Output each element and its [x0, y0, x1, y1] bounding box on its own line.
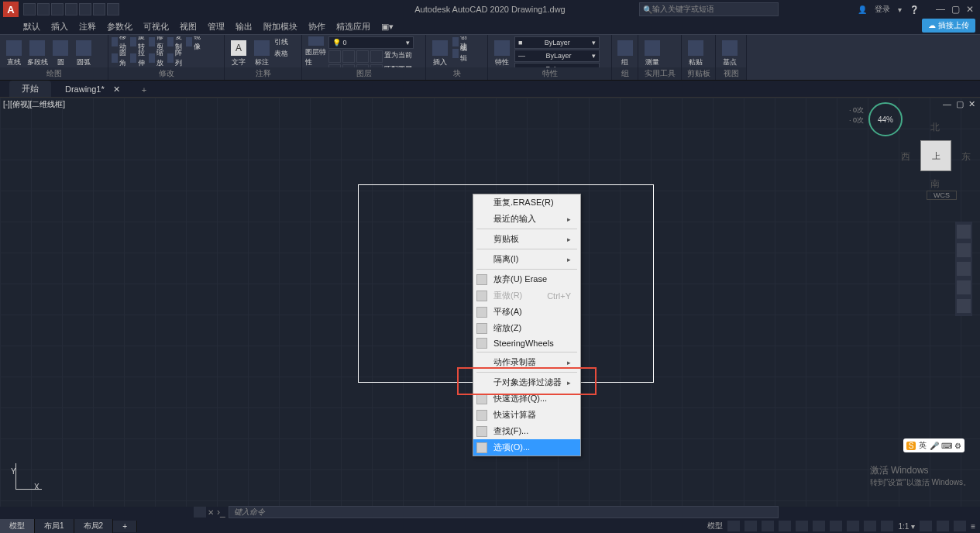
context-item[interactable]: 快速计算器	[473, 407, 580, 423]
layer-tool-icon[interactable]	[328, 50, 341, 63]
tab-start[interactable]: 开始	[9, 81, 51, 97]
context-item[interactable]: 隔离(I)	[473, 251, 580, 267]
move-button[interactable]: 移动	[112, 36, 129, 47]
context-item[interactable]: 快速选择(Q)...	[473, 390, 580, 407]
close-button[interactable]: ✕	[966, 4, 974, 15]
insert-button[interactable]: 插入	[429, 36, 451, 67]
qat-saveas-icon[interactable]	[65, 3, 77, 15]
status-cycle-icon[interactable]	[864, 521, 876, 531]
navbar-wheel-icon[interactable]	[957, 225, 971, 239]
command-input[interactable]: 键入命令	[229, 506, 779, 518]
measure-button[interactable]: 测量	[641, 36, 663, 67]
status-otrack-icon[interactable]	[813, 521, 825, 531]
ime-indicator[interactable]: S 英 🎤 ⌨ ⚙	[903, 438, 965, 452]
wcs-label[interactable]: WCS	[927, 191, 957, 200]
menu-collab[interactable]: 协作	[308, 21, 325, 33]
tab-close-icon[interactable]: ✕	[113, 84, 120, 94]
text-button[interactable]: A文字	[228, 36, 249, 67]
status-iso-icon[interactable]	[937, 521, 949, 531]
viewcube-north[interactable]: 北	[930, 121, 940, 134]
basepoint-button[interactable]: 基点	[719, 36, 741, 67]
status-annoscale-icon[interactable]	[881, 521, 893, 531]
viewcube-top-face[interactable]: 上	[920, 140, 951, 171]
stretch-button[interactable]: 拉伸	[130, 53, 147, 64]
navbar-pan-icon[interactable]	[957, 243, 971, 257]
paste-button[interactable]: 粘贴	[685, 36, 707, 67]
arc-button[interactable]: 圆弧	[73, 36, 95, 67]
scale-button[interactable]: 缩放	[149, 53, 166, 64]
rotate-button[interactable]: 旋转	[130, 36, 147, 47]
dimension-button[interactable]: 标注	[251, 36, 273, 67]
nav-wheel[interactable]: 44%	[868, 102, 903, 136]
context-item[interactable]: 重复.ERASE(R)	[473, 194, 580, 211]
status-menu-icon[interactable]: ≡	[971, 522, 975, 531]
menu-parametric[interactable]: 参数化	[107, 21, 132, 33]
restore-button[interactable]: ▢	[951, 4, 960, 15]
layer-dropdown[interactable]: 💡 0 ▾	[328, 36, 414, 49]
tab-add-layout[interactable]: +	[113, 521, 137, 532]
status-clean-icon[interactable]	[954, 521, 966, 531]
vp-close-icon[interactable]: ✕	[968, 99, 975, 109]
qat-new-icon[interactable]	[23, 3, 36, 15]
props-button[interactable]: 特性	[491, 36, 513, 67]
context-item[interactable]: 放弃(U) Erase	[473, 271, 580, 287]
edit-block-button[interactable]: 编辑	[452, 48, 469, 59]
layer-tool-icon[interactable]	[356, 50, 369, 63]
context-item[interactable]: 剪贴板	[473, 231, 580, 247]
context-item[interactable]: 平移(A)	[473, 304, 580, 320]
table-button[interactable]: 表格	[274, 48, 291, 59]
viewcube-west[interactable]: 西	[901, 150, 910, 163]
status-osnap-icon[interactable]	[796, 521, 808, 531]
menu-annotate[interactable]: 注释	[79, 21, 96, 33]
status-ortho-icon[interactable]	[762, 521, 774, 531]
array-button[interactable]: 阵列	[167, 53, 184, 64]
cloud-upload-button[interactable]: ☁ 插接上传	[922, 19, 975, 33]
menu-visualize[interactable]: 可视化	[143, 21, 169, 33]
viewcube-east[interactable]: 东	[961, 150, 971, 163]
status-polar-icon[interactable]	[779, 521, 791, 531]
layer-tool-icon[interactable]	[342, 50, 355, 63]
context-item[interactable]: 动作录制器	[473, 354, 580, 370]
status-gear-icon[interactable]	[920, 521, 932, 531]
fillet-button[interactable]: 圆角	[112, 53, 129, 64]
vp-min-icon[interactable]: —	[943, 99, 951, 109]
status-lweight-icon[interactable]	[830, 521, 842, 531]
help-icon[interactable]: ❔	[910, 5, 919, 14]
user-icon[interactable]: 👤	[858, 5, 867, 14]
trim-button[interactable]: 修剪	[149, 36, 166, 47]
context-item[interactable]: SteeringWheels	[473, 336, 580, 350]
menu-featured[interactable]: 精选应用	[336, 21, 370, 33]
mirror-button[interactable]: 镜像	[186, 36, 203, 47]
navbar-orbit-icon[interactable]	[957, 280, 971, 294]
app-logo[interactable]: A	[3, 2, 19, 17]
context-item[interactable]: 最近的输入	[473, 211, 580, 227]
context-item[interactable]: 子对象选择过滤器	[473, 374, 580, 390]
menu-insert[interactable]: 插入	[51, 21, 68, 33]
vp-max-icon[interactable]: ▢	[956, 99, 964, 109]
minimize-button[interactable]: —	[936, 4, 945, 15]
context-item[interactable]: 缩放(Z)	[473, 320, 580, 336]
status-scale[interactable]: 1:1 ▾	[898, 522, 915, 531]
polyline-button[interactable]: 多段线	[26, 36, 48, 67]
qat-open-icon[interactable]	[37, 3, 50, 15]
layer-props-button[interactable]: 图层特性	[305, 36, 327, 67]
menu-more-icon[interactable]: ▣▾	[381, 22, 394, 32]
tab-model[interactable]: 模型	[0, 519, 35, 533]
group-button[interactable]: 组	[615, 36, 634, 67]
navbar-showmotion-icon[interactable]	[957, 299, 971, 313]
tab-layout2[interactable]: 布局2	[74, 519, 114, 533]
tab-layout1[interactable]: 布局1	[35, 519, 74, 533]
drawing-canvas[interactable]: [-][俯视][二维线框] — ▢ ✕ · 0次· 0次 44% 北 西 东 南…	[0, 98, 980, 507]
qat-redo-icon[interactable]	[107, 3, 119, 15]
leader-button[interactable]: 引线	[274, 36, 291, 47]
menu-manage[interactable]: 管理	[208, 21, 225, 33]
qat-undo-icon[interactable]	[93, 3, 105, 15]
lineweight-dropdown[interactable]: — ByLayer ▾	[514, 50, 600, 62]
status-snap-icon[interactable]	[744, 521, 757, 531]
menu-view[interactable]: 视图	[180, 21, 197, 33]
navbar-zoom-icon[interactable]	[957, 262, 971, 276]
context-item[interactable]: 查找(F)...	[473, 423, 580, 439]
qat-save-icon[interactable]	[51, 3, 64, 15]
status-model[interactable]: 模型	[707, 521, 723, 531]
cmd-handle-icon[interactable]	[194, 507, 206, 518]
